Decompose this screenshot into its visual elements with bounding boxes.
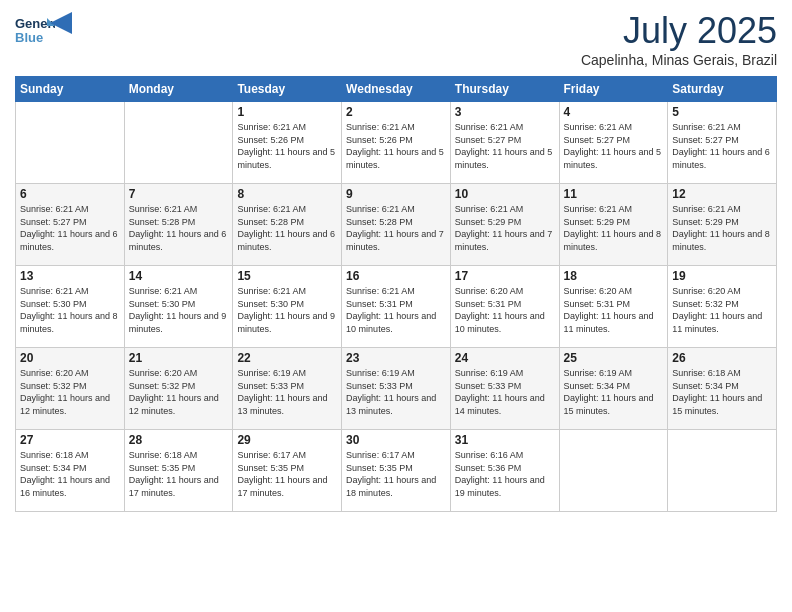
day-info: Sunrise: 6:21 AMSunset: 5:28 PMDaylight:… (129, 203, 229, 253)
location-subtitle: Capelinha, Minas Gerais, Brazil (581, 52, 777, 68)
day-info: Sunrise: 6:20 AMSunset: 5:31 PMDaylight:… (455, 285, 555, 335)
day-info: Sunrise: 6:20 AMSunset: 5:31 PMDaylight:… (564, 285, 664, 335)
day-info: Sunrise: 6:21 AMSunset: 5:27 PMDaylight:… (20, 203, 120, 253)
day-info: Sunrise: 6:19 AMSunset: 5:34 PMDaylight:… (564, 367, 664, 417)
title-block: July 2025 Capelinha, Minas Gerais, Brazi… (581, 10, 777, 68)
day-number: 11 (564, 187, 664, 201)
day-info: Sunrise: 6:18 AMSunset: 5:34 PMDaylight:… (672, 367, 772, 417)
day-info: Sunrise: 6:18 AMSunset: 5:35 PMDaylight:… (129, 449, 229, 499)
calendar-day-header: Sunday (16, 77, 125, 102)
day-number: 1 (237, 105, 337, 119)
day-info: Sunrise: 6:21 AMSunset: 5:29 PMDaylight:… (672, 203, 772, 253)
calendar-cell: 12Sunrise: 6:21 AMSunset: 5:29 PMDayligh… (668, 184, 777, 266)
calendar-cell: 19Sunrise: 6:20 AMSunset: 5:32 PMDayligh… (668, 266, 777, 348)
day-info: Sunrise: 6:19 AMSunset: 5:33 PMDaylight:… (346, 367, 446, 417)
day-number: 19 (672, 269, 772, 283)
calendar-cell: 28Sunrise: 6:18 AMSunset: 5:35 PMDayligh… (124, 430, 233, 512)
calendar-cell (559, 430, 668, 512)
logo-arrow-icon (50, 12, 72, 34)
day-info: Sunrise: 6:21 AMSunset: 5:30 PMDaylight:… (129, 285, 229, 335)
day-number: 18 (564, 269, 664, 283)
day-info: Sunrise: 6:21 AMSunset: 5:28 PMDaylight:… (237, 203, 337, 253)
day-number: 29 (237, 433, 337, 447)
day-number: 28 (129, 433, 229, 447)
calendar-cell: 21Sunrise: 6:20 AMSunset: 5:32 PMDayligh… (124, 348, 233, 430)
calendar-cell: 4Sunrise: 6:21 AMSunset: 5:27 PMDaylight… (559, 102, 668, 184)
day-number: 13 (20, 269, 120, 283)
calendar-day-header: Saturday (668, 77, 777, 102)
calendar-table: SundayMondayTuesdayWednesdayThursdayFrid… (15, 76, 777, 512)
day-info: Sunrise: 6:21 AMSunset: 5:30 PMDaylight:… (20, 285, 120, 335)
calendar-day-header: Thursday (450, 77, 559, 102)
day-info: Sunrise: 6:21 AMSunset: 5:26 PMDaylight:… (237, 121, 337, 171)
day-number: 31 (455, 433, 555, 447)
calendar-cell (16, 102, 125, 184)
calendar-cell: 10Sunrise: 6:21 AMSunset: 5:29 PMDayligh… (450, 184, 559, 266)
calendar-day-header: Monday (124, 77, 233, 102)
day-number: 5 (672, 105, 772, 119)
calendar-cell: 11Sunrise: 6:21 AMSunset: 5:29 PMDayligh… (559, 184, 668, 266)
day-number: 6 (20, 187, 120, 201)
page-container: General Blue July 2025 Capelinha, Minas … (0, 0, 792, 522)
calendar-cell: 30Sunrise: 6:17 AMSunset: 5:35 PMDayligh… (342, 430, 451, 512)
calendar-cell: 26Sunrise: 6:18 AMSunset: 5:34 PMDayligh… (668, 348, 777, 430)
day-info: Sunrise: 6:17 AMSunset: 5:35 PMDaylight:… (237, 449, 337, 499)
day-number: 15 (237, 269, 337, 283)
day-info: Sunrise: 6:21 AMSunset: 5:27 PMDaylight:… (672, 121, 772, 171)
day-number: 22 (237, 351, 337, 365)
day-info: Sunrise: 6:20 AMSunset: 5:32 PMDaylight:… (672, 285, 772, 335)
page-header: General Blue July 2025 Capelinha, Minas … (15, 10, 777, 68)
day-number: 25 (564, 351, 664, 365)
calendar-cell: 14Sunrise: 6:21 AMSunset: 5:30 PMDayligh… (124, 266, 233, 348)
day-number: 16 (346, 269, 446, 283)
day-info: Sunrise: 6:21 AMSunset: 5:27 PMDaylight:… (455, 121, 555, 171)
calendar-cell (124, 102, 233, 184)
calendar-week-row: 20Sunrise: 6:20 AMSunset: 5:32 PMDayligh… (16, 348, 777, 430)
calendar-day-header: Tuesday (233, 77, 342, 102)
calendar-cell: 25Sunrise: 6:19 AMSunset: 5:34 PMDayligh… (559, 348, 668, 430)
calendar-cell: 15Sunrise: 6:21 AMSunset: 5:30 PMDayligh… (233, 266, 342, 348)
calendar-cell: 1Sunrise: 6:21 AMSunset: 5:26 PMDaylight… (233, 102, 342, 184)
calendar-cell: 20Sunrise: 6:20 AMSunset: 5:32 PMDayligh… (16, 348, 125, 430)
day-number: 20 (20, 351, 120, 365)
day-number: 2 (346, 105, 446, 119)
day-number: 4 (564, 105, 664, 119)
day-number: 8 (237, 187, 337, 201)
day-number: 26 (672, 351, 772, 365)
day-info: Sunrise: 6:21 AMSunset: 5:28 PMDaylight:… (346, 203, 446, 253)
calendar-week-row: 1Sunrise: 6:21 AMSunset: 5:26 PMDaylight… (16, 102, 777, 184)
calendar-cell: 16Sunrise: 6:21 AMSunset: 5:31 PMDayligh… (342, 266, 451, 348)
calendar-cell: 27Sunrise: 6:18 AMSunset: 5:34 PMDayligh… (16, 430, 125, 512)
day-info: Sunrise: 6:20 AMSunset: 5:32 PMDaylight:… (20, 367, 120, 417)
calendar-week-row: 6Sunrise: 6:21 AMSunset: 5:27 PMDaylight… (16, 184, 777, 266)
day-info: Sunrise: 6:21 AMSunset: 5:26 PMDaylight:… (346, 121, 446, 171)
calendar-cell: 9Sunrise: 6:21 AMSunset: 5:28 PMDaylight… (342, 184, 451, 266)
calendar-cell: 7Sunrise: 6:21 AMSunset: 5:28 PMDaylight… (124, 184, 233, 266)
day-info: Sunrise: 6:19 AMSunset: 5:33 PMDaylight:… (237, 367, 337, 417)
calendar-cell: 17Sunrise: 6:20 AMSunset: 5:31 PMDayligh… (450, 266, 559, 348)
day-info: Sunrise: 6:21 AMSunset: 5:31 PMDaylight:… (346, 285, 446, 335)
day-number: 21 (129, 351, 229, 365)
day-number: 3 (455, 105, 555, 119)
logo-icon: General Blue (15, 10, 55, 50)
day-info: Sunrise: 6:19 AMSunset: 5:33 PMDaylight:… (455, 367, 555, 417)
svg-text:Blue: Blue (15, 30, 43, 45)
day-number: 14 (129, 269, 229, 283)
calendar-cell: 18Sunrise: 6:20 AMSunset: 5:31 PMDayligh… (559, 266, 668, 348)
calendar-cell: 2Sunrise: 6:21 AMSunset: 5:26 PMDaylight… (342, 102, 451, 184)
calendar-cell: 8Sunrise: 6:21 AMSunset: 5:28 PMDaylight… (233, 184, 342, 266)
svg-marker-3 (50, 12, 72, 34)
day-number: 10 (455, 187, 555, 201)
day-number: 23 (346, 351, 446, 365)
calendar-cell: 13Sunrise: 6:21 AMSunset: 5:30 PMDayligh… (16, 266, 125, 348)
calendar-day-header: Wednesday (342, 77, 451, 102)
day-number: 24 (455, 351, 555, 365)
calendar-cell: 31Sunrise: 6:16 AMSunset: 5:36 PMDayligh… (450, 430, 559, 512)
day-info: Sunrise: 6:18 AMSunset: 5:34 PMDaylight:… (20, 449, 120, 499)
day-info: Sunrise: 6:16 AMSunset: 5:36 PMDaylight:… (455, 449, 555, 499)
day-number: 17 (455, 269, 555, 283)
day-number: 9 (346, 187, 446, 201)
calendar-cell: 5Sunrise: 6:21 AMSunset: 5:27 PMDaylight… (668, 102, 777, 184)
day-number: 30 (346, 433, 446, 447)
calendar-cell: 22Sunrise: 6:19 AMSunset: 5:33 PMDayligh… (233, 348, 342, 430)
